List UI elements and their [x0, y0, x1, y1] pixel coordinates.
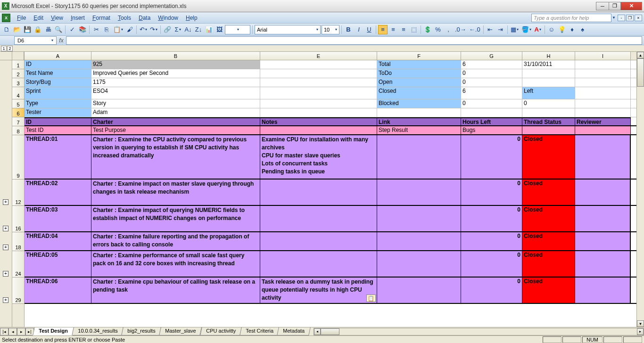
format-painter-icon[interactable]: 🖌 [125, 25, 134, 34]
cell[interactable]: Story/Bug [25, 78, 91, 87]
increase-indent-button[interactable]: ⇥ [496, 25, 505, 34]
cell[interactable] [575, 251, 631, 277]
cell[interactable] [377, 232, 461, 250]
menu-edit[interactable]: Edit [30, 14, 47, 22]
bold-button[interactable]: B [344, 25, 353, 34]
cell[interactable] [522, 126, 575, 134]
open-icon[interactable]: 📂 [12, 25, 22, 34]
cell[interactable] [260, 232, 377, 250]
outline-expand-button[interactable]: + [3, 271, 8, 277]
column-header-F[interactable]: F [377, 52, 461, 60]
row-header-4[interactable]: 4 [12, 87, 24, 99]
vertical-scrollbar[interactable]: ▲ ▼ [636, 52, 644, 327]
cell[interactable] [377, 180, 461, 205]
lightbulb-icon[interactable]: 💡 [557, 25, 567, 34]
cell[interactable]: 6 [461, 87, 522, 99]
cell[interactable]: Step Result [377, 126, 461, 134]
cell[interactable] [377, 278, 461, 303]
align-center-button[interactable]: ≡ [388, 25, 398, 34]
menu-help[interactable]: Help [182, 14, 201, 22]
cell[interactable] [461, 108, 522, 117]
cell[interactable]: Hours Left [461, 117, 522, 125]
cell[interactable]: Charter : Examine failure reporting and … [91, 232, 260, 250]
spade-icon[interactable]: ♠ [578, 25, 587, 34]
scroll-thumb[interactable] [637, 58, 644, 87]
outline-level-1[interactable]: 1 [1, 46, 7, 51]
row-header-7[interactable]: 7 [12, 117, 24, 126]
increase-decimal-button[interactable]: .0→ [454, 25, 467, 34]
sheet-tab-test-criteria[interactable]: Test Criteria [239, 327, 279, 335]
menu-view[interactable]: View [47, 14, 67, 22]
cell[interactable]: ESO4 [91, 87, 260, 99]
row-header-1[interactable]: 1 [12, 60, 24, 69]
fx-icon[interactable]: fx [57, 37, 66, 44]
cell[interactable] [260, 180, 377, 205]
column-header-E[interactable]: E [260, 52, 377, 60]
name-box[interactable]: D6▾ [14, 36, 57, 45]
align-right-button[interactable]: ≡ [399, 25, 408, 34]
percent-button[interactable]: % [433, 25, 443, 34]
hyperlink-icon[interactable]: 🔗 [163, 25, 172, 34]
cell[interactable]: THREAD:06 [25, 278, 91, 303]
row-header-12[interactable]: 12 [12, 180, 24, 206]
cell[interactable]: 0 [461, 251, 522, 277]
sheet-tab-cpu-activitty[interactable]: CPU activitty [200, 327, 242, 335]
cell[interactable]: Charter : Examine cpu behaviour of calli… [91, 278, 260, 303]
cell[interactable] [260, 206, 377, 231]
mdi-restore-button[interactable]: ❐ [626, 15, 634, 21]
star-icon[interactable]: ♦ [568, 25, 577, 34]
scroll-up-button[interactable]: ▲ [637, 52, 644, 58]
cell[interactable]: 0 [461, 78, 522, 87]
drawing-icon[interactable]: 🖼 [215, 25, 224, 34]
research-icon[interactable]: 📚 [78, 25, 87, 34]
row-header-6[interactable]: 6 [12, 108, 24, 117]
font-color-button[interactable]: A▾ [533, 25, 543, 34]
autosum-icon[interactable]: Σ▾ [173, 25, 182, 34]
currency-button[interactable]: 💲 [423, 25, 432, 34]
cell[interactable]: Open [377, 78, 461, 87]
cell[interactable]: 0 [461, 232, 522, 250]
print-icon[interactable]: 🖶 [43, 25, 53, 34]
cell[interactable]: Test Purpose [91, 126, 260, 134]
cell[interactable]: THREAD:02 [25, 180, 91, 205]
chart-wizard-icon[interactable]: 📊 [204, 25, 214, 34]
cell[interactable]: Type [25, 99, 91, 108]
cell[interactable] [260, 108, 377, 117]
paste-options-icon[interactable]: 📋 [366, 294, 376, 302]
sheet-tab-test-design[interactable]: Test Design [33, 327, 74, 335]
sheet-tab-metadata[interactable]: Metadata [277, 327, 311, 335]
cell[interactable] [575, 278, 631, 303]
row-header-16[interactable]: 16 [12, 206, 24, 232]
cell[interactable] [575, 180, 631, 205]
cell[interactable] [522, 108, 575, 117]
copy-icon[interactable]: ⎘ [102, 25, 111, 34]
cell[interactable] [575, 78, 631, 87]
maximize-button[interactable]: ❐ [609, 2, 621, 10]
cell[interactable]: Link [377, 117, 461, 125]
cell[interactable] [260, 126, 377, 134]
cell[interactable] [575, 126, 631, 134]
sort-asc-icon[interactable]: A↓ [183, 25, 193, 34]
cell[interactable] [575, 99, 631, 108]
cell[interactable]: 0 [461, 206, 522, 231]
column-header-H[interactable]: H [522, 52, 575, 60]
cell[interactable]: 0 [461, 135, 522, 179]
cell[interactable]: Blocked [377, 99, 461, 108]
merge-center-button[interactable]: ⬚ [409, 25, 419, 34]
cell[interactable]: Test Name [25, 69, 91, 78]
row-header-2[interactable]: 2 [12, 69, 24, 78]
underline-button[interactable]: U [364, 25, 374, 34]
sheet-prev-button[interactable]: ◂ [8, 328, 17, 335]
cell[interactable] [260, 60, 377, 69]
formula-input[interactable] [66, 36, 642, 45]
menu-data[interactable]: Data [135, 14, 154, 22]
cell[interactable] [377, 251, 461, 277]
hscroll-thumb[interactable] [321, 328, 339, 335]
cell[interactable]: Examine CPU for installation with many a… [260, 135, 377, 179]
align-left-button[interactable]: ≡ [378, 25, 388, 34]
row-header-9[interactable]: 9 [12, 135, 24, 180]
row-header-3[interactable]: 3 [12, 78, 24, 87]
fill-color-button[interactable]: 🪣▾ [520, 25, 532, 34]
cell[interactable] [260, 251, 377, 277]
cell[interactable] [260, 99, 377, 108]
